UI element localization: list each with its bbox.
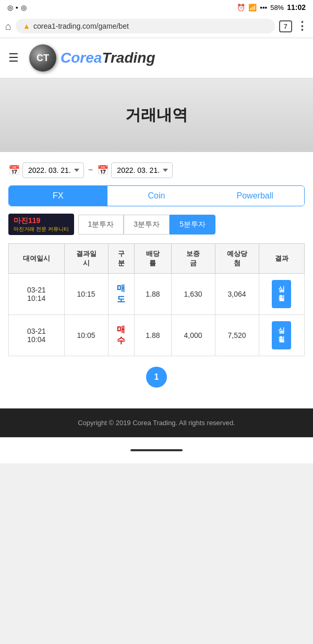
icon2: ▪	[16, 4, 18, 11]
page-btn-1[interactable]: 1	[146, 367, 167, 388]
banner-sub-text: 마진거래 전문 커뮤니티	[14, 226, 69, 233]
banner-content: 마진119 마진거래 전문 커뮤니티	[14, 216, 69, 233]
expected-1: 3,064	[215, 274, 259, 315]
copyright-text: Copyright © 2019 Corea Trading. All righ…	[78, 419, 235, 427]
loan-date-2: 03-2110:04	[9, 314, 65, 356]
deposit-2: 4,000	[171, 314, 215, 356]
banner-main-text: 마진119	[14, 216, 40, 225]
th-result: 결과	[259, 244, 304, 274]
type-label-1: 매도	[117, 284, 125, 303]
icon3: ◎	[21, 4, 27, 11]
result-btn-1[interactable]: 실횔	[272, 280, 291, 308]
page-title: 거래내역	[10, 104, 303, 126]
pagination: 1	[8, 356, 305, 398]
result-cell-2: 실횔	[259, 314, 304, 356]
table-header-row: 대여일시 결과일시 구분 배당률 보증금 예상당첨 결과	[9, 244, 305, 274]
table-row: 03-2110:14 10:15 매도 1.88 1,630 3,064 실횔	[9, 274, 305, 315]
th-result-date: 결과일시	[64, 244, 108, 274]
browser-menu-icon[interactable]: ⋮	[296, 19, 308, 33]
main-tab-row: FX Coin Powerball	[8, 185, 305, 206]
th-deposit: 보증금	[171, 244, 215, 274]
th-expected: 예상당첨	[215, 244, 259, 274]
nav-bar: ☰ CT CoreaTrading	[0, 38, 313, 78]
date-from-wrap: 📅 2022. 03. 21.	[8, 162, 84, 178]
status-time: 11:02	[287, 3, 306, 11]
rate-2: 1.88	[135, 314, 171, 356]
loan-date-1: 03-2110:14	[9, 274, 65, 315]
sub-tab-banner: 마진119 마진거래 전문 커뮤니티	[8, 214, 74, 235]
logo-initial: CT	[37, 53, 49, 64]
battery-text: 58%	[270, 4, 284, 11]
th-loan-date: 대여일시	[9, 244, 65, 274]
home-icon[interactable]: ⌂	[5, 20, 11, 32]
date-from-select[interactable]: 2022. 03. 21.	[22, 162, 84, 178]
result-time-2: 10:05	[64, 314, 108, 356]
warning-icon: ▲	[23, 22, 30, 30]
sub-tab-5min[interactable]: 5분투자	[170, 215, 215, 235]
sub-tab-3min[interactable]: 3분투자	[124, 215, 170, 235]
icon1: ◎	[7, 4, 13, 11]
date-to-select[interactable]: 2022. 03. 21.	[111, 162, 173, 178]
status-bar: ◎ ▪ ◎ ⏰ 📶 ▪▪▪ 58% 11:02	[0, 0, 313, 15]
alarm-icon: ⏰	[237, 4, 245, 11]
content-area: 📅 2022. 03. 21. ~ 📅 2022. 03. 21. FX Coi…	[0, 152, 313, 408]
type-2: 매수	[108, 314, 135, 356]
type-1: 매도	[108, 274, 135, 315]
tab-fx[interactable]: FX	[9, 186, 107, 206]
tab-count-badge[interactable]: 7	[279, 20, 292, 32]
sub-tab-1min[interactable]: 1분투자	[78, 215, 124, 235]
logo-trading: Trading	[102, 50, 155, 66]
bottom-nav	[0, 437, 313, 463]
bottom-nav-bar	[130, 449, 183, 451]
hero-section: 거래내역	[0, 78, 313, 152]
rate-1: 1.88	[135, 274, 171, 315]
date-to-wrap: 📅 2022. 03. 21.	[97, 162, 173, 178]
logo-text: CoreaTrading	[61, 50, 155, 66]
url-text: corea1-trading.com/game/bet	[33, 22, 129, 30]
type-label-2: 매수	[117, 325, 125, 345]
logo-corea: Corea	[61, 50, 102, 66]
logo: CT CoreaTrading	[29, 44, 155, 72]
browser-bar: ⌂ ▲ corea1-trading.com/game/bet 7 ⋮	[0, 15, 313, 38]
date-filter-row: 📅 2022. 03. 21. ~ 📅 2022. 03. 21.	[8, 162, 305, 178]
tab-powerball[interactable]: Powerball	[206, 186, 304, 206]
deposit-1: 1,630	[171, 274, 215, 315]
result-cell-1: 실횔	[259, 274, 304, 315]
wifi-icon: 📶	[248, 4, 257, 11]
tab-coin[interactable]: Coin	[107, 186, 206, 206]
status-left-icons: ◎ ▪ ◎	[7, 4, 27, 11]
sub-tab-row: 마진119 마진거래 전문 커뮤니티 1분투자 3분투자 5분투자	[8, 214, 305, 235]
status-right-icons: ⏰ 📶 ▪▪▪ 58% 11:02	[237, 3, 306, 11]
signal-icon: ▪▪▪	[260, 4, 267, 11]
trade-table: 대여일시 결과일시 구분 배당률 보증금 예상당첨 결과 03-2110:14 …	[8, 243, 305, 356]
footer: Copyright © 2019 Corea Trading. All righ…	[0, 408, 313, 437]
th-type: 구분	[108, 244, 135, 274]
table-row: 03-2110:04 10:05 매수 1.88 4,000 7,520 실횔	[9, 314, 305, 356]
result-time-1: 10:15	[64, 274, 108, 315]
calendar-icon-1: 📅	[8, 165, 20, 176]
logo-circle: CT	[29, 44, 56, 72]
calendar-icon-2: 📅	[97, 165, 109, 176]
date-tilde: ~	[88, 166, 93, 175]
nav-menu-icon[interactable]: ☰	[8, 51, 19, 65]
th-rate: 배당률	[135, 244, 171, 274]
url-bar[interactable]: ▲ corea1-trading.com/game/bet	[16, 19, 275, 33]
result-btn-2[interactable]: 실횔	[272, 321, 291, 349]
expected-2: 7,520	[215, 314, 259, 356]
